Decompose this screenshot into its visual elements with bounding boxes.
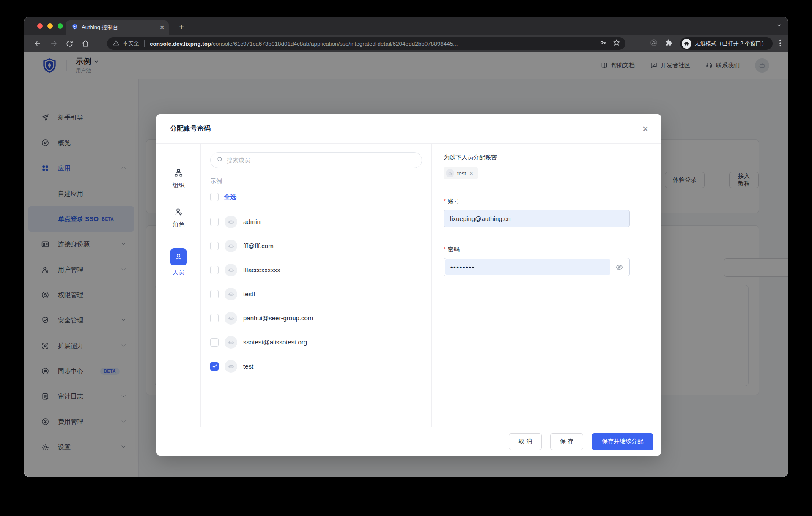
robot-avatar-icon xyxy=(225,240,237,252)
browser-toolbar: 不安全 console.dev.lixpng.top/console/61c97… xyxy=(24,35,788,52)
save-button[interactable]: 保 存 xyxy=(550,433,583,450)
member-row[interactable]: admin xyxy=(210,210,422,234)
select-all-label: 全选 xyxy=(224,193,236,201)
minimize-window-button[interactable] xyxy=(47,23,53,29)
panel-heading: 为以下人员分配账密 xyxy=(444,154,649,161)
url-domain: console.dev.lixpng.top xyxy=(150,41,211,47)
required-asterisk: * xyxy=(444,246,446,253)
group-label: 示例 xyxy=(210,177,422,185)
favicon-shield-icon xyxy=(71,23,78,32)
password-input[interactable]: •••••••• xyxy=(444,258,630,276)
modal-close-icon[interactable]: ✕ xyxy=(641,124,650,134)
member-checkbox[interactable] xyxy=(210,362,219,371)
modal-footer: 取 消 保 存 保存并继续分配 xyxy=(156,427,661,456)
modal-tab-people[interactable]: 人员 xyxy=(170,248,187,276)
role-icon xyxy=(173,206,184,217)
member-row[interactable]: test xyxy=(210,354,422,378)
close-window-button[interactable] xyxy=(37,23,43,29)
member-name: testf xyxy=(243,290,255,298)
robot-avatar-icon xyxy=(225,312,237,325)
account-input[interactable] xyxy=(444,210,630,227)
browser-tab[interactable]: Authing 控制台 ✕ xyxy=(66,20,169,35)
people-icon xyxy=(170,248,187,265)
desktop-background: Authing 控制台 ✕ + 不安全 console.dev.lixpng.t… xyxy=(0,0,812,516)
forward-icon[interactable] xyxy=(49,39,58,48)
modal-tab-label: 角色 xyxy=(173,221,184,228)
password-label: *密码 xyxy=(444,246,649,254)
reload-icon[interactable] xyxy=(66,40,74,48)
member-row[interactable]: fffacccxxxxxx xyxy=(210,258,422,282)
browser-tabstrip: Authing 控制台 ✕ + xyxy=(24,17,788,35)
member-name: test xyxy=(243,363,253,370)
password-masked-value: •••••••• xyxy=(445,259,610,275)
browser-menu-icon[interactable] xyxy=(779,39,781,48)
member-search[interactable] xyxy=(210,152,422,168)
select-all-row[interactable]: 全选 xyxy=(210,193,422,201)
url-bar[interactable]: 不安全 console.dev.lixpng.top/console/61c97… xyxy=(107,37,625,50)
account-label: *账号 xyxy=(444,198,649,205)
selected-member-tag: test ✕ xyxy=(444,167,478,179)
member-list-panel: 示例 全选 adminfff@fff.comfffacccxxxxxxtestf… xyxy=(201,144,431,427)
media-control-icon[interactable] xyxy=(650,38,658,49)
url-path: /console/61c971ca673b918d01d4c8ab/applic… xyxy=(211,41,458,47)
tab-search-chevron-icon[interactable] xyxy=(776,22,782,30)
robot-avatar-icon xyxy=(225,288,237,300)
member-row[interactable]: panhui@seer-group.com xyxy=(210,306,422,330)
password-key-icon[interactable] xyxy=(599,39,607,48)
member-checkbox[interactable] xyxy=(210,218,219,226)
assign-credentials-modal: 分配账号密码 ✕ 组织角色人员 示例 全选 adminfff@fff.comff… xyxy=(156,114,661,456)
member-name: fffacccxxxxxx xyxy=(243,266,280,273)
incognito-icon xyxy=(682,39,691,49)
modal-side-tabs: 组织角色人员 xyxy=(156,144,201,427)
tab-close-icon[interactable]: ✕ xyxy=(159,25,165,30)
tag-remove-icon[interactable]: ✕ xyxy=(469,170,474,177)
member-search-input[interactable] xyxy=(227,157,416,164)
tag-name: test xyxy=(457,170,466,177)
modal-tab-role[interactable]: 角色 xyxy=(173,206,184,228)
modal-tab-label: 人员 xyxy=(173,269,184,276)
robot-avatar-icon xyxy=(225,264,237,276)
warning-icon xyxy=(113,40,119,48)
incognito-badge[interactable]: 无痕模式（已打开 2 个窗口） xyxy=(680,37,773,50)
zoom-window-button[interactable] xyxy=(58,23,63,29)
cancel-button[interactable]: 取 消 xyxy=(509,433,542,450)
member-name: ssotest@alissotest.org xyxy=(243,339,307,346)
url-divider xyxy=(144,40,145,47)
member-row[interactable]: ssotest@alissotest.org xyxy=(210,330,422,354)
search-icon xyxy=(217,156,223,164)
incognito-label: 无痕模式（已打开 2 个窗口） xyxy=(695,40,767,47)
extensions-puzzle-icon[interactable] xyxy=(665,38,673,49)
home-icon[interactable] xyxy=(81,39,90,48)
app-page: 示例 用户池 帮助文档开发者社区联系我们 新手引导概览应用自建应用单点登录 SS… xyxy=(24,52,788,477)
new-tab-button[interactable]: + xyxy=(176,21,187,33)
member-name: panhui@seer-group.com xyxy=(243,314,313,322)
member-checkbox[interactable] xyxy=(210,314,219,322)
bookmark-star-icon[interactable] xyxy=(613,39,620,48)
modal-header: 分配账号密码 ✕ xyxy=(156,114,661,144)
robot-avatar-icon xyxy=(446,169,454,177)
tab-title: Authing 控制台 xyxy=(82,24,156,31)
browser-window: Authing 控制台 ✕ + 不安全 console.dev.lixpng.t… xyxy=(24,17,788,477)
save-and-continue-button[interactable]: 保存并继续分配 xyxy=(592,433,653,450)
modal-tab-label: 组织 xyxy=(173,182,184,189)
eye-off-icon[interactable] xyxy=(610,263,628,271)
select-all-checkbox[interactable] xyxy=(210,193,219,201)
robot-avatar-icon xyxy=(225,336,237,349)
member-row[interactable]: testf xyxy=(210,282,422,306)
required-asterisk: * xyxy=(444,198,446,205)
url-text: console.dev.lixpng.top/console/61c971ca6… xyxy=(150,41,596,47)
member-name: admin xyxy=(243,218,261,225)
member-checkbox[interactable] xyxy=(210,290,219,298)
member-row[interactable]: fff@fff.com xyxy=(210,234,422,258)
member-checkbox[interactable] xyxy=(210,338,219,347)
member-name: fff@fff.com xyxy=(243,242,274,249)
back-icon[interactable] xyxy=(33,39,42,48)
member-checkbox[interactable] xyxy=(210,242,219,250)
security-label[interactable]: 不安全 xyxy=(123,40,139,47)
modal-tab-org[interactable]: 组织 xyxy=(173,167,184,189)
member-checkbox[interactable] xyxy=(210,266,219,274)
assignment-form-panel: 为以下人员分配账密 test ✕ *账号 *密码 •••••••• xyxy=(431,144,661,427)
modal-title: 分配账号密码 xyxy=(170,124,211,133)
org-icon xyxy=(173,167,184,178)
robot-avatar-icon xyxy=(225,360,237,373)
